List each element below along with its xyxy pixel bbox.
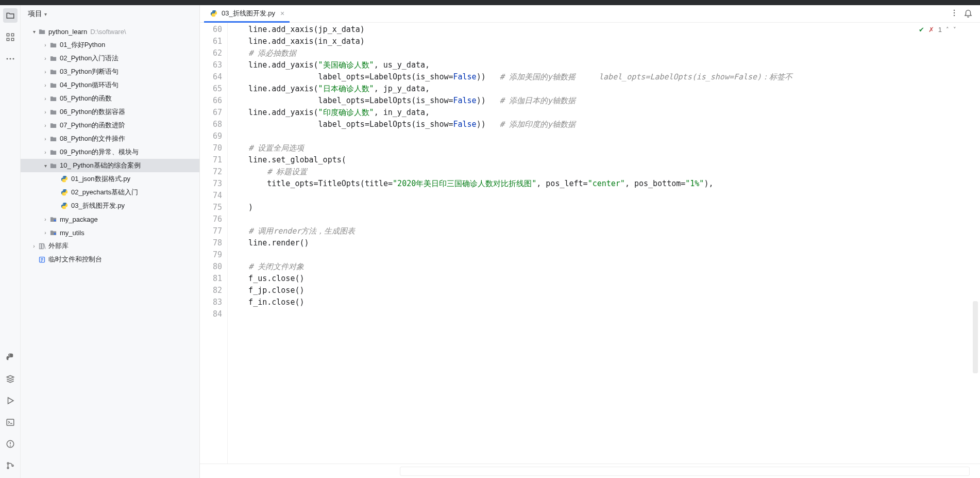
project-header[interactable]: 项目 ▾ — [21, 5, 199, 23]
tree-folder[interactable]: ›05_Python的函数 — [21, 92, 199, 105]
tree-folder[interactable]: ›08_Python的文件操作 — [21, 132, 199, 145]
tree-arrow-icon[interactable]: › — [42, 123, 48, 128]
tree-node-label: my_utils — [60, 229, 85, 237]
tree-arrow-icon[interactable]: › — [31, 243, 37, 249]
tree-node-label: 07_Python的函数进阶 — [60, 121, 125, 130]
code-line[interactable]: # 关闭文件对象 — [230, 261, 980, 273]
code-line[interactable]: # 添必抽数据 — [230, 47, 980, 59]
tree-arrow-icon[interactable]: › — [42, 96, 48, 102]
code-line[interactable] — [230, 213, 980, 225]
svg-point-11 — [10, 446, 10, 446]
services-icon[interactable] — [3, 393, 18, 408]
tree-folder[interactable]: ›03_Python判断语句 — [21, 65, 199, 78]
tab-options-icon[interactable] — [950, 9, 958, 19]
notifications-icon[interactable] — [964, 8, 973, 19]
code-content[interactable]: line.add_xaxis(jp_x_data) line.add_xaxis… — [228, 23, 980, 464]
code-line[interactable]: ) — [230, 202, 980, 213]
svg-point-16 — [54, 233, 56, 235]
code-line[interactable]: f_in.close() — [230, 296, 980, 308]
tree-node-icon — [48, 216, 58, 223]
tree-arrow-icon[interactable]: › — [42, 42, 48, 48]
code-line[interactable]: line.set_global_opts( — [230, 154, 980, 166]
code-line[interactable]: label_opts=LabelOpts(is_show=False)) # 添… — [230, 119, 980, 130]
tab-label: 03_折线图开发.py — [222, 9, 275, 18]
vcs-icon[interactable] — [3, 458, 18, 473]
svg-marker-7 — [8, 398, 13, 404]
svg-point-4 — [6, 58, 8, 60]
code-editor[interactable]: 6061626364656667686970717273747576777879… — [200, 23, 980, 464]
svg-point-14 — [12, 465, 13, 467]
code-line[interactable]: # 标题设置 — [230, 166, 980, 178]
svg-rect-1 — [11, 34, 14, 36]
close-icon[interactable]: × — [280, 9, 284, 18]
code-line[interactable]: # 调用render方法，生成图表 — [230, 225, 980, 237]
tree-extra[interactable]: 临时文件和控制台 — [21, 253, 199, 266]
tree-arrow-icon[interactable]: › — [42, 217, 48, 222]
breadcrumb-input[interactable] — [400, 467, 970, 476]
editor-tab[interactable]: 03_折线图开发.py × — [204, 6, 290, 23]
code-line[interactable]: line.add_xaxis(in_x_data) — [230, 36, 980, 47]
tree-node-icon — [60, 202, 69, 209]
tree-arrow-icon[interactable]: › — [42, 56, 48, 61]
code-line[interactable]: f_jp.close() — [230, 285, 980, 296]
tree-arrow-icon[interactable]: › — [42, 83, 48, 88]
tree-node-icon — [48, 122, 58, 129]
tree-extra[interactable]: ›my_package — [21, 212, 199, 226]
project-tree[interactable]: ▾python_learnD:\software\›01_你好Python›02… — [21, 23, 199, 478]
code-line[interactable]: line.render() — [230, 237, 980, 249]
terminal-icon[interactable] — [3, 415, 18, 430]
tree-node-icon — [48, 95, 58, 103]
tree-node-icon — [48, 68, 58, 76]
code-line[interactable] — [230, 308, 980, 320]
svg-rect-8 — [7, 419, 14, 425]
tree-root[interactable]: ▾python_learnD:\software\ — [21, 25, 199, 38]
tree-node-label: 05_Python的函数 — [60, 94, 112, 103]
tree-arrow-icon[interactable]: › — [42, 109, 48, 115]
structure-tool-icon[interactable] — [3, 30, 18, 44]
tree-file[interactable]: 02_pyecharts基础入门 — [21, 186, 199, 199]
tree-node-icon — [60, 189, 69, 196]
code-line[interactable]: line.add_yaxis("美国确诊人数", us_y_data, — [230, 59, 980, 71]
project-tool-icon[interactable] — [3, 8, 18, 23]
code-line[interactable]: # 设置全局选项 — [230, 142, 980, 154]
tree-folder[interactable]: ›07_Python的函数进阶 — [21, 119, 199, 132]
python-console-icon[interactable] — [3, 350, 18, 365]
tree-folder[interactable]: ›06_Python的数据容器 — [21, 105, 199, 119]
tree-node-icon — [37, 242, 46, 250]
scrollbar-thumb[interactable] — [973, 301, 978, 373]
tree-folder[interactable]: ›09_Python的异常、模块与 — [21, 145, 199, 159]
code-line[interactable] — [230, 190, 980, 202]
code-line[interactable] — [230, 130, 980, 142]
tree-arrow-icon[interactable]: › — [42, 230, 48, 236]
tree-node-icon — [48, 108, 58, 116]
packages-icon[interactable] — [3, 372, 18, 386]
tree-file[interactable]: 01_json数据格式.py — [21, 172, 199, 186]
tree-arrow-icon[interactable]: › — [42, 69, 48, 75]
more-tool-icon[interactable] — [3, 52, 18, 66]
tree-file[interactable]: 03_折线图开发.py — [21, 199, 199, 212]
line-gutter: 6061626364656667686970717273747576777879… — [200, 23, 228, 464]
problems-icon[interactable] — [3, 437, 18, 451]
code-line[interactable]: line.add_yaxis("印度确诊人数", in_y_data, — [230, 107, 980, 119]
code-line[interactable]: line.add_yaxis("日本确诊人数", jp_y_data, — [230, 83, 980, 95]
code-line[interactable]: label_opts=LabelOpts(is_show=False)) # 添… — [230, 71, 980, 83]
tree-folder[interactable]: ▾10_ Python基础的综合案例 — [21, 159, 199, 172]
tree-arrow-icon[interactable]: › — [42, 136, 48, 142]
tree-extra[interactable]: ›my_utils — [21, 226, 199, 239]
tree-arrow-icon[interactable]: ▾ — [42, 163, 48, 169]
tree-folder[interactable]: ›04_Python循环语句 — [21, 78, 199, 92]
code-line[interactable] — [230, 249, 980, 261]
tree-node-icon — [48, 229, 58, 237]
code-line[interactable]: line.add_xaxis(jp_x_data) — [230, 24, 980, 36]
code-line[interactable]: f_us.close() — [230, 273, 980, 285]
tree-arrow-icon[interactable]: ▾ — [31, 29, 37, 35]
svg-point-24 — [954, 10, 955, 11]
tree-arrow-icon[interactable]: › — [42, 150, 48, 155]
tree-folder[interactable]: ›01_你好Python — [21, 38, 199, 52]
code-line[interactable]: label_opts=LabelOpts(is_show=False)) # 添… — [230, 95, 980, 107]
code-line[interactable]: title_opts=TitleOpts(title="2020年美日印三国确诊… — [230, 178, 980, 190]
svg-point-26 — [954, 15, 955, 17]
tree-folder[interactable]: ›02_Python入门语法 — [21, 52, 199, 65]
tree-extra[interactable]: ›外部库 — [21, 239, 199, 253]
tree-node-icon — [48, 162, 58, 170]
